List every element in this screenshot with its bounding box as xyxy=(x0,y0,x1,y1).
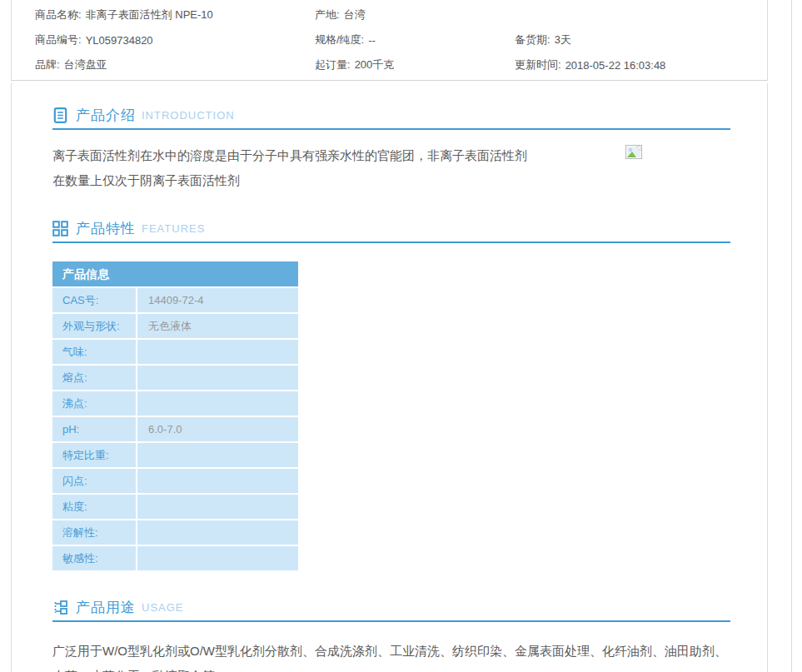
product-detail-panel: 产品介绍 INTRODUCTION 离子表面活性剂在水中的溶度是由于分子中具有强… xyxy=(11,83,768,672)
table-row-value xyxy=(137,340,298,364)
field-value: 非离子表面活性剂 NPE-10 xyxy=(86,7,213,22)
table-row-label: 溶解性: xyxy=(52,520,136,545)
field-label: 品牌: xyxy=(35,57,60,72)
section-divider xyxy=(52,128,730,130)
section-title: 产品介绍 xyxy=(76,106,136,125)
field-value: 200千克 xyxy=(355,57,395,72)
field-label: 规格/纯度: xyxy=(315,32,364,47)
table-row-label: 气味: xyxy=(52,340,136,364)
table-row: 闪点: xyxy=(52,469,298,493)
field-value: 台湾 xyxy=(344,7,366,22)
table-row-value xyxy=(137,443,298,467)
table-row-label: 熔点: xyxy=(52,366,136,390)
field-label: 起订量: xyxy=(315,57,351,72)
table-row-value xyxy=(137,469,298,493)
table-row-value: 14409-72-4 xyxy=(137,288,298,312)
product-summary-panel: 商品名称: 非离子表面活性剂 NPE-10 产地: 台湾 商品编号: YL059… xyxy=(11,0,768,81)
field-value: 2018-05-22 16:03:48 xyxy=(565,59,666,72)
introduction-text: 离子表面活性剂在水中的溶度是由于分子中具有强亲水性的官能团，非离子表面活性剂在数… xyxy=(52,143,529,193)
field-product-code: 商品编号: YL059734820 xyxy=(35,27,315,52)
field-label: 更新时间: xyxy=(515,57,561,72)
field-value: -- xyxy=(368,34,376,47)
table-row: 气味: xyxy=(52,340,298,364)
table-row: CAS号: 14409-72-4 xyxy=(52,288,298,312)
table-row-label: 特定比重: xyxy=(52,443,136,467)
table-row-label: 敏感性: xyxy=(52,546,136,570)
usage-text: 广泛用于W/O型乳化剂或O/W型乳化剂分散剂、合成洗涤剂、工业清洗、纺织印染、金… xyxy=(52,639,730,672)
field-label: 商品名称: xyxy=(35,7,82,22)
field-updated-time: 更新时间: 2018-05-22 16:03:48 xyxy=(515,52,767,77)
field-lead-time: 备货期: 3天 xyxy=(515,27,767,52)
section-title: 产品特性 xyxy=(76,219,136,238)
section-header-features: 产品特性 FEATURES xyxy=(52,220,730,236)
section-features: 产品特性 FEATURES 产品信息 CAS号: 14409-72-4 外观与形… xyxy=(52,220,730,570)
introduction-content: 离子表面活性剂在水中的溶度是由于分子中具有强亲水性的官能团，非离子表面活性剂在数… xyxy=(52,143,730,193)
table-row-value xyxy=(137,495,298,519)
table-row: 特定比重: xyxy=(52,443,298,467)
section-header-introduction: 产品介绍 INTRODUCTION xyxy=(52,107,730,123)
table-row-value xyxy=(137,391,298,416)
table-row-value xyxy=(137,520,298,545)
field-label: 商品编号: xyxy=(35,32,82,47)
section-subtitle: USAGE xyxy=(142,601,184,614)
table-row: 沸点: xyxy=(52,391,298,416)
table-row-label: CAS号: xyxy=(52,288,136,312)
table-row: 粘度: xyxy=(52,495,298,519)
section-divider xyxy=(52,620,730,622)
section-divider xyxy=(52,241,730,243)
table-row-label: 粘度: xyxy=(52,495,136,519)
field-label: 备货期: xyxy=(515,32,550,47)
product-spec-table: 产品信息 CAS号: 14409-72-4 外观与形状: 无色液体 气味: 熔点… xyxy=(52,261,298,570)
table-row-value: 无色液体 xyxy=(137,314,298,338)
section-usage: 产品用途 USAGE 广泛用于W/O型乳化剂或O/W型乳化剂分散剂、合成洗涤剂、… xyxy=(52,599,730,672)
table-row-label: 沸点: xyxy=(52,391,136,416)
table-row-label: 外观与形状: xyxy=(52,314,136,338)
product-summary-grid: 商品名称: 非离子表面活性剂 NPE-10 产地: 台湾 商品编号: YL059… xyxy=(35,2,767,77)
table-row: 溶解性: xyxy=(52,520,298,545)
section-header-usage: 产品用途 USAGE xyxy=(52,599,730,615)
section-title: 产品用途 xyxy=(76,598,136,617)
table-row-value: 6.0-7.0 xyxy=(137,417,298,441)
table-row: 熔点: xyxy=(52,366,298,390)
field-spec-purity: 规格/纯度: -- xyxy=(315,27,515,52)
section-subtitle: FEATURES xyxy=(142,222,205,235)
field-value: YL059734820 xyxy=(86,34,153,47)
grid-icon xyxy=(52,221,68,236)
table-row: pH: 6.0-7.0 xyxy=(52,417,298,441)
product-detail-page: 商品名称: 非离子表面活性剂 NPE-10 产地: 台湾 商品编号: YL059… xyxy=(0,0,802,672)
field-product-name: 商品名称: 非离子表面活性剂 NPE-10 xyxy=(35,2,315,27)
field-value: 台湾盘亚 xyxy=(64,57,107,72)
table-row-label: pH: xyxy=(52,417,136,441)
field-empty xyxy=(515,2,767,27)
field-value: 3天 xyxy=(555,32,571,47)
field-brand: 品牌: 台湾盘亚 xyxy=(35,52,315,77)
right-border-line xyxy=(791,0,792,672)
table-row-label: 闪点: xyxy=(52,469,136,493)
field-origin: 产地: 台湾 xyxy=(315,2,515,27)
field-moq: 起订量: 200千克 xyxy=(315,52,515,77)
table-row-value xyxy=(137,366,298,390)
table-row: 敏感性: xyxy=(52,546,298,570)
broken-image-icon xyxy=(625,145,642,162)
table-row-value xyxy=(137,546,298,570)
spec-table-header: 产品信息 xyxy=(52,261,298,286)
sitemap-icon xyxy=(52,600,68,615)
table-row: 外观与形状: 无色液体 xyxy=(52,314,298,338)
section-subtitle: INTRODUCTION xyxy=(142,109,235,122)
field-label: 产地: xyxy=(315,7,340,22)
document-icon xyxy=(52,107,68,123)
